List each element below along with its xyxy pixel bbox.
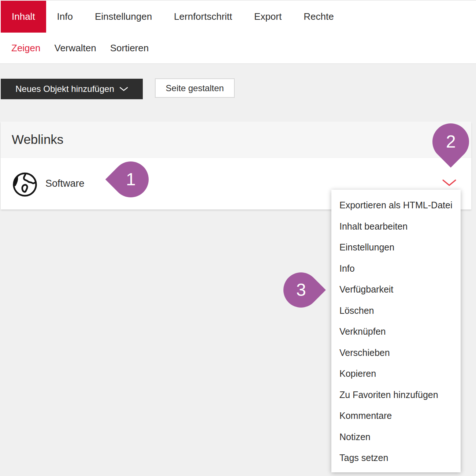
menu-item-verknuepfen[interactable]: Verknüpfen — [331, 321, 461, 342]
tab-inhalt[interactable]: Inhalt — [1, 1, 46, 33]
menu-item-kommentare[interactable]: Kommentare — [331, 405, 461, 427]
chevron-down-icon — [442, 179, 457, 187]
tab-rechte[interactable]: Rechte — [293, 1, 345, 33]
menu-item-loeschen[interactable]: Löschen — [331, 300, 461, 321]
annotation-marker-3: 3 — [276, 265, 326, 315]
sub-tabbar: Zeigen Verwalten Sortieren — [0, 33, 476, 64]
annotation-marker-2-label: 2 — [446, 133, 456, 150]
main-tabbar: Inhalt Info Einstellungen Lernfortschrit… — [0, 1, 476, 33]
menu-item-kopieren[interactable]: Kopieren — [331, 363, 461, 384]
menu-item-tags-setzen[interactable]: Tags setzen — [331, 447, 461, 469]
weblink-item-software[interactable]: Software — [45, 178, 85, 189]
weblinks-panel-header: Weblinks — [1, 122, 471, 158]
annotation-marker-3-label: 3 — [296, 281, 306, 299]
panel-title: Weblinks — [12, 132, 63, 147]
annotation-marker-1-label: 1 — [126, 171, 136, 188]
design-page-button[interactable]: Seite gestalten — [155, 78, 235, 98]
tab-lernfortschritt[interactable]: Lernfortschritt — [163, 1, 243, 33]
globe-icon — [12, 171, 38, 198]
page: Inhalt Info Einstellungen Lernfortschrit… — [0, 0, 476, 476]
subtab-verwalten[interactable]: Verwalten — [55, 42, 96, 54]
chevron-down-icon — [119, 87, 128, 92]
menu-item-notizen[interactable]: Notizen — [331, 427, 461, 448]
actions-dropdown-toggle[interactable] — [440, 177, 459, 190]
actions-dropdown-menu: Exportieren als HTML-Datei Inhalt bearbe… — [331, 190, 461, 472]
tab-export[interactable]: Export — [243, 1, 293, 33]
add-object-button-label: Neues Objekt hinzufügen — [15, 84, 114, 94]
design-page-button-label: Seite gestalten — [166, 83, 224, 93]
subtab-sortieren[interactable]: Sortieren — [110, 42, 149, 54]
menu-item-zu-favoriten[interactable]: Zu Favoriten hinzufügen — [331, 384, 461, 406]
menu-item-export-html[interactable]: Exportieren als HTML-Datei — [331, 195, 461, 216]
tab-einstellungen[interactable]: Einstellungen — [84, 1, 163, 33]
menu-item-info[interactable]: Info — [331, 258, 461, 279]
menu-item-verschieben[interactable]: Verschieben — [331, 342, 461, 364]
tab-info[interactable]: Info — [46, 1, 84, 33]
add-object-button[interactable]: Neues Objekt hinzufügen — [1, 79, 143, 99]
subtab-zeigen[interactable]: Zeigen — [11, 42, 41, 54]
menu-item-inhalt-bearbeiten[interactable]: Inhalt bearbeiten — [331, 216, 461, 237]
menu-item-einstellungen[interactable]: Einstellungen — [331, 237, 461, 258]
menu-item-verfuegbarkeit[interactable]: Verfügbarkeit — [331, 279, 461, 300]
